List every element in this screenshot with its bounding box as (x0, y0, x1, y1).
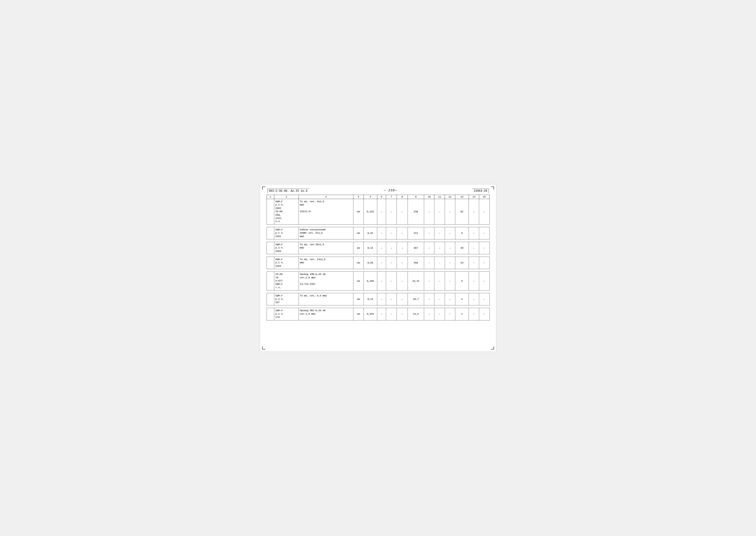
row-0-col15: – (479, 199, 490, 224)
page-number: — 238— (309, 189, 472, 192)
row-1-col5: 0,04 (363, 227, 377, 239)
row-5-col6: – (377, 293, 386, 305)
row-1-col9: 2II (408, 227, 424, 239)
row-3-col6: – (377, 257, 386, 269)
row-5-col1 (266, 293, 274, 305)
row-4-col10: – (424, 272, 434, 290)
row-4-col13: 5 (455, 272, 468, 290)
corner-tl (262, 186, 265, 189)
header-col-7: 7 (386, 195, 397, 199)
row-0-col13: 8I (455, 199, 468, 224)
row-3-col12: – (445, 257, 455, 269)
row-4-col12: – (445, 272, 455, 290)
row-6-col15: – (479, 308, 490, 320)
document-id: 903-2-30.90. Ал.I5 кн.4 (267, 189, 309, 193)
row-3-col13: I4 (455, 257, 468, 269)
row-4-col9: I6,4I (408, 272, 424, 290)
row-5-col3: То же, сеч. 4,0 мм2 (299, 293, 353, 305)
row-1-col6: – (377, 227, 386, 239)
row-6-col8: – (397, 308, 408, 320)
table-row: СШМ–У р.I п. 2283То же, сеч.I0х2,5 мм2км… (266, 242, 490, 254)
row-1-col14: – (469, 227, 479, 239)
row-5-col12: – (445, 293, 455, 305)
row-2-col7: – (386, 242, 397, 254)
row-5-col10: – (424, 293, 434, 305)
row-4-col11: – (434, 272, 445, 290)
row-6-col10: – (424, 308, 434, 320)
header-col-4: 4 (353, 195, 363, 199)
header-col-6: 6 (377, 195, 386, 199)
row-5-col7: – (386, 293, 397, 305)
row-4-col15: – (479, 272, 490, 290)
row-6-col3: Провод ПВI–0,38 кВ сеч.I,0 мм2 (299, 308, 353, 320)
corner-tr (491, 186, 494, 189)
row-3-col15: – (479, 257, 490, 269)
header-col-8: 8 (397, 195, 408, 199)
row-1-col1 (266, 227, 274, 239)
row-2-col9: 367 (408, 242, 424, 254)
row-6-col9: 23,6 (408, 308, 424, 320)
row-5-col2: СШМ–У р.2 п. I67 (274, 293, 298, 305)
row-2-col3: То же, сеч.I0х2,5 мм2 (299, 242, 353, 254)
row-0-col12: – (445, 199, 455, 224)
header-col-9: 9 (408, 195, 424, 199)
row-0-col9: 248 (408, 199, 424, 224)
row-3-col3: То же, сеч. I4х2,5 мм2 (299, 257, 353, 269)
table-header-row: 1 2 3 4 5 6 7 8 9 10 11 12 13 14 15 (266, 195, 490, 199)
row-1-col15: – (479, 227, 490, 239)
header-col-1: 1 (266, 195, 274, 199)
row-6-col11: – (434, 308, 445, 320)
spacer-row (266, 239, 490, 242)
row-1-col8: – (397, 227, 408, 239)
row-6-col5: 0,0I6 (363, 308, 377, 320)
row-4-col14: – (469, 272, 479, 290)
row-2-col12: – (445, 242, 455, 254)
row-4-col4: км (353, 272, 363, 290)
row-2-col8: – (397, 242, 408, 254)
row-1-col3: Кабель контрольный АКВВГ сеч. 5х2,5 мм2 (299, 227, 353, 239)
row-5-col4: км (353, 293, 363, 305)
header-col-14: 14 (469, 195, 479, 199)
row-3-col1 (266, 257, 274, 269)
row-0-col10: – (424, 199, 434, 224)
row-6-col7: – (386, 308, 397, 320)
row-4-col1 (266, 272, 274, 290)
drawing-number: 24963-20 (472, 189, 489, 193)
row-2-col1 (266, 242, 274, 254)
row-2-col10: – (424, 242, 434, 254)
header-col-15: 15 (479, 195, 490, 199)
row-2-col4: км (353, 242, 363, 254)
row-1-col4: км (353, 227, 363, 239)
row-6-col1 (266, 308, 274, 320)
table-row: СШМ–У р.2 п. I67То же, сеч. 4,0 мм2км0,I… (266, 293, 490, 305)
row-3-col2: СШМ–У р.I п. 2284 (274, 257, 298, 269)
row-6-col2: СШМ–У р.2 п. I78 (274, 308, 298, 320)
row-2-col5: 0,II (363, 242, 377, 254)
row-3-col8: – (397, 257, 408, 269)
row-4-col6: – (377, 272, 386, 290)
row-5-col13: 4 (455, 293, 468, 305)
table-row: СШМ–У р.I п. 228IКабель контрольный АКВВ… (266, 227, 490, 239)
row-1-col10: – (424, 227, 434, 239)
row-2-col2: СШМ–У р.I п. 2283 (274, 242, 298, 254)
row-3-col11: – (434, 257, 445, 269)
row-6-col6: – (377, 308, 386, 320)
header-col-10: 10 (424, 195, 434, 199)
row-4-col8: – (397, 272, 408, 290)
row-0-col6: – (377, 199, 386, 224)
row-0-col11: – (434, 199, 445, 224)
spacer-row (266, 269, 490, 272)
row-3-col9: 458 (408, 257, 424, 269)
row-0-col7: – (386, 199, 397, 224)
row-5-col8: – (397, 293, 408, 305)
row-2-col13: 40 (455, 242, 468, 254)
row-3-col14: – (469, 257, 479, 269)
row-0-col2: СШМ–У р.I п. I09I I5–09 общ. указ. п.4 (274, 199, 298, 224)
row-6-col14: – (469, 308, 479, 320)
row-5-col9: 29,7 (408, 293, 424, 305)
row-3-col7: – (386, 257, 397, 269)
row-1-col2: СШМ–У р.I п. 228I (274, 227, 298, 239)
row-4-col7: – (386, 272, 397, 290)
row-3-col4: км (353, 257, 363, 269)
row-1-col13: 8 (455, 227, 468, 239)
